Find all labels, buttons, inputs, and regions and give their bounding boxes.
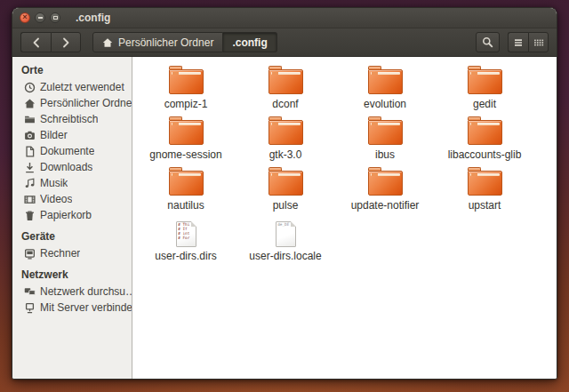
network-icon (24, 286, 36, 298)
home-icon (24, 98, 36, 109)
folder-icon (268, 116, 303, 145)
server-icon (24, 302, 36, 314)
sidebar-item-netzwerk-durchsu[interactable]: Netzwerk durchsu… (12, 284, 132, 300)
sidebar-item-rechner[interactable]: Rechner (12, 245, 132, 261)
window-title: .config (76, 12, 110, 24)
text-file-icon: # Thi # If # int # For (176, 221, 196, 247)
clock-icon (24, 82, 36, 93)
folder-icon (268, 167, 303, 196)
sidebar-item-dokumente[interactable]: Dokumente (12, 143, 132, 159)
files-pane[interactable]: compiz-1dconfevolutiongeditgnome-session… (132, 57, 557, 379)
file-label: dconf (272, 98, 298, 111)
search-button[interactable] (476, 32, 500, 52)
sidebar-section-header: Orte (12, 62, 132, 79)
file-label: user-dirs.dirs (155, 250, 216, 263)
sidebar-item-label: Dokumente (40, 145, 94, 157)
list-view-button[interactable] (508, 32, 528, 52)
maximize-icon[interactable] (50, 12, 60, 23)
folder-item-libaccounts-glib[interactable]: libaccounts-glib (435, 111, 534, 162)
sidebar-item-label: Musik (40, 177, 68, 189)
file-label: ibus (375, 148, 395, 162)
folder-icon (268, 66, 303, 94)
sidebar-item-label: Schreibtisch (40, 113, 98, 125)
sidebar-item-videos[interactable]: Videos (12, 191, 132, 207)
sidebar-item-pers-nlicher-ordner[interactable]: Persönlicher Ordner (12, 95, 132, 111)
folder-icon (468, 66, 502, 94)
file-label: evolution (364, 98, 406, 111)
folder-icon (368, 66, 403, 94)
file-label: gnome-session (149, 148, 221, 162)
breadcrumb-current[interactable]: .config (223, 32, 276, 52)
file-preview-text: # Thi # If # int # For (177, 222, 188, 241)
forward-button[interactable] (51, 32, 81, 52)
download-icon (24, 162, 36, 173)
minimize-icon[interactable] (35, 12, 45, 23)
camera-icon (24, 130, 36, 141)
titlebar[interactable]: × .config (12, 8, 557, 28)
sidebar-item-label: Zuletzt verwendet (40, 81, 124, 93)
folder-icon (169, 116, 204, 145)
breadcrumb-home[interactable]: Persönlicher Ordner (92, 32, 223, 52)
toolbar: Persönlicher Ordner .config (12, 28, 557, 57)
folder-item-evolution[interactable]: evolution (335, 60, 435, 111)
sidebar-item-schreibtisch[interactable]: Schreibtisch (12, 111, 132, 127)
video-icon (24, 194, 36, 205)
trash-icon (24, 210, 36, 221)
folder-item-gtk-3-0[interactable]: gtk-3.0 (236, 111, 335, 162)
sidebar-section-header: Geräte (12, 228, 132, 245)
grid-view-button[interactable] (528, 32, 549, 52)
page-fold (291, 221, 296, 227)
file-item-user-dirs-locale[interactable]: de_DEuser-dirs.locale (236, 212, 335, 263)
forward-icon (61, 37, 70, 48)
folder-item-nautilus[interactable]: nautilus (136, 162, 236, 212)
window-content: OrteZuletzt verwendetPersönlicher Ordner… (12, 57, 557, 379)
sidebar-section-orte: OrteZuletzt verwendetPersönlicher Ordner… (12, 62, 132, 223)
sidebar-section-netzwerk: NetzwerkNetzwerk durchsu…Mit Server verb… (12, 267, 132, 316)
file-label: compiz-1 (164, 98, 208, 111)
folder-icon (368, 116, 403, 145)
sidebar-item-label: Netzwerk durchsu… (40, 285, 132, 298)
sidebar-item-musik[interactable]: Musik (12, 175, 132, 191)
file-item-user-dirs-dirs[interactable]: # Thi # If # int # Foruser-dirs.dirs (136, 212, 236, 263)
sidebar-item-downloads[interactable]: Downloads (12, 159, 132, 175)
sidebar: OrteZuletzt verwendetPersönlicher Ordner… (12, 57, 132, 379)
sidebar-item-label: Mit Server verbinden (40, 301, 132, 314)
folder-item-dconf[interactable]: dconf (236, 60, 335, 111)
file-manager-window: × .config (12, 7, 557, 380)
close-icon[interactable]: × (20, 12, 30, 23)
folder-icon (368, 167, 403, 196)
home-icon (102, 37, 113, 48)
sidebar-item-label: Persönlicher Ordner (40, 97, 132, 109)
file-label: user-dirs.locale (249, 250, 321, 263)
folder-icon (468, 167, 502, 196)
desktop-folder-icon (24, 114, 36, 125)
file-grid: compiz-1dconfevolutiongeditgnome-session… (132, 57, 557, 263)
file-label: update-notifier (351, 199, 420, 212)
folder-item-update-notifier[interactable]: update-notifier (335, 162, 435, 212)
grid-view-icon (533, 37, 544, 48)
folder-item-gnome-session[interactable]: gnome-session (136, 111, 236, 162)
sidebar-item-label: Downloads (40, 161, 92, 173)
folder-item-upstart[interactable]: upstart (435, 162, 534, 212)
file-label: nautilus (167, 199, 204, 212)
desktop-background: × .config (0, 0, 569, 392)
folder-item-pulse[interactable]: pulse (236, 162, 335, 212)
folder-item-ibus[interactable]: ibus (335, 111, 435, 162)
computer-icon (24, 248, 36, 260)
back-button[interactable] (20, 32, 51, 52)
file-preview-text: de_DE (276, 222, 288, 228)
file-label: gedit (473, 98, 496, 111)
text-file-icon: de_DE (276, 221, 296, 247)
sidebar-item-papierkorb[interactable]: Papierkorb (12, 207, 132, 223)
sidebar-item-mit-server-verbinden[interactable]: Mit Server verbinden (12, 300, 132, 316)
file-label: upstart (469, 199, 501, 212)
sidebar-item-bilder[interactable]: Bilder (12, 127, 132, 143)
sidebar-item-label: Papierkorb (40, 209, 92, 221)
sidebar-item-zuletzt-verwendet[interactable]: Zuletzt verwendet (12, 79, 132, 95)
file-label: libaccounts-glib (448, 148, 522, 162)
folder-icon (169, 66, 204, 94)
folder-item-compiz-1[interactable]: compiz-1 (136, 60, 236, 111)
folder-icon (468, 116, 502, 145)
folder-item-gedit[interactable]: gedit (435, 60, 534, 111)
sidebar-item-label: Rechner (40, 247, 80, 260)
